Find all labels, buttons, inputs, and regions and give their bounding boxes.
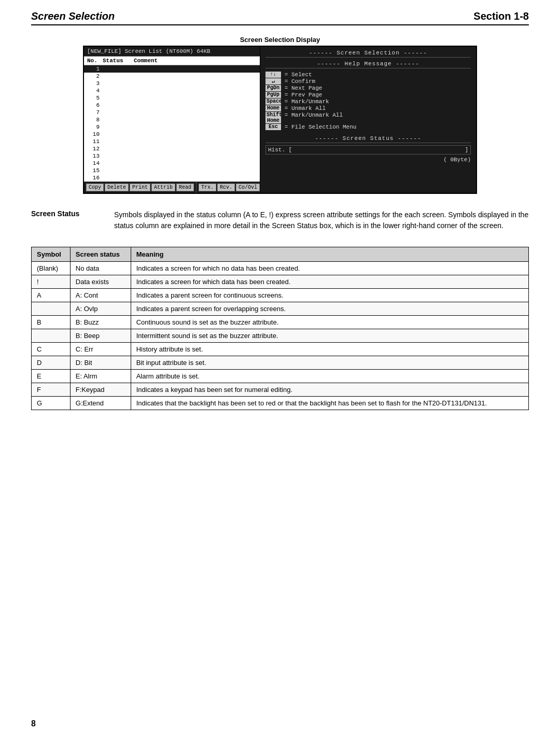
table-row: EE: AlrmAlarm attribute is set. (32, 370, 529, 383)
td-symbol: G (32, 397, 71, 410)
help-key: Space (265, 99, 281, 105)
btn-copy[interactable]: Copy (86, 184, 104, 191)
help-label: Prev Page (291, 92, 471, 98)
display-right-panel: ------ Screen Selection ------ ------ He… (260, 47, 476, 193)
help-label: Next Page (291, 85, 471, 91)
table-row: FF:KeypadIndicates a keypad has been set… (32, 383, 529, 397)
help-label: File Selection Menu (291, 124, 471, 130)
table-row: A: OvlpIndicates a parent screen for ove… (32, 302, 529, 316)
list-row[interactable]: 10 (84, 131, 260, 138)
hist-end: ] (465, 147, 468, 153)
list-row[interactable]: 16 (84, 174, 260, 181)
td-meaning: Indicates a parent screen for continuous… (131, 289, 528, 302)
bottom-buttons: CopyDeletePrintAttribRead Trx.Rcv.Co/Ovl… (84, 181, 260, 193)
help-eq: = (283, 85, 289, 91)
left-buttons: CopyDeletePrintAttribRead (84, 182, 197, 193)
table-header-row: Symbol Screen status Meaning (32, 247, 529, 262)
th-meaning: Meaning (131, 247, 528, 262)
td-meaning: Alarm attribute is set. (131, 370, 528, 383)
td-screen-status: No data (70, 262, 131, 275)
td-screen-status: G:Extend (70, 397, 131, 410)
btn-read[interactable]: Read (176, 184, 194, 191)
screen-status-section: Screen Status Symbols displayed in the s… (31, 209, 529, 231)
btn-attrib[interactable]: Attrib (151, 184, 175, 191)
screen-status-section: ------ Screen Status ------ Hist. [ ] ( … (265, 135, 471, 163)
td-screen-status: B: Beep (70, 329, 131, 343)
td-screen-status: B: Buzz (70, 316, 131, 329)
help-eq: = (283, 99, 289, 105)
page-title: Screen Selection (31, 10, 115, 22)
td-screen-status: D: Bit (70, 356, 131, 370)
help-message-title: ------ Help Message ------ (265, 61, 471, 68)
help-label: Unmark All (291, 105, 471, 111)
btn-co-ovl[interactable]: Co/Ovl (236, 184, 260, 191)
td-symbol: B (32, 316, 71, 329)
table-row: !Data existsIndicates a screen for which… (32, 275, 529, 289)
btn-print[interactable]: Print (130, 184, 150, 191)
display-title: Screen Selection Display (240, 36, 320, 44)
td-screen-status: A: Cont (70, 289, 131, 302)
help-key: PgDn (265, 85, 281, 91)
list-row[interactable]: 8 (84, 116, 260, 123)
col-comment-header: Comment (134, 58, 257, 64)
td-symbol: F (32, 383, 71, 397)
btn-delete[interactable]: Delete (105, 184, 129, 191)
list-row[interactable]: 14 (84, 160, 260, 167)
help-label: Select (291, 72, 471, 78)
list-row[interactable]: 2 (84, 73, 260, 80)
btn-rcv-[interactable]: Rcv. (217, 184, 235, 191)
list-row[interactable]: 6 (84, 102, 260, 109)
col-no-header: No. (87, 58, 103, 64)
list-columns: No. Status Comment (84, 57, 260, 65)
display-box: [NEW_FILE] Screen List (NT600M) 64KB No.… (83, 46, 477, 194)
list-row[interactable]: 13 (84, 152, 260, 160)
hist-bar: Hist. [ ] (265, 145, 471, 155)
td-meaning: Indicates a parent screen for overlappin… (131, 302, 528, 316)
section-label: Section 1-8 (473, 10, 529, 22)
list-row[interactable]: 3 (84, 80, 260, 87)
td-symbol (32, 329, 71, 343)
help-eq: = (283, 72, 289, 78)
help-key: Esc (265, 124, 281, 130)
table-row: (Blank)No dataIndicates a screen for whi… (32, 262, 529, 275)
screen-status-label: Screen Status (31, 209, 99, 231)
list-row[interactable]: 7 (84, 109, 260, 116)
td-meaning: History attribute is set. (131, 343, 528, 356)
btn-trx-[interactable]: Trx. (199, 184, 216, 191)
td-meaning: Bit input attribute is set. (131, 356, 528, 370)
table-body: (Blank)No dataIndicates a screen for whi… (32, 262, 529, 410)
list-row[interactable]: 1 (84, 65, 260, 73)
td-screen-status: A: Ovlp (70, 302, 131, 316)
page-number: 8 (31, 719, 36, 728)
file-header: [NEW_FILE] Screen List (NT600M) 64KB (84, 47, 260, 57)
screen-status-description: Symbols displayed in the status column (… (114, 209, 529, 231)
help-eq: = (283, 78, 289, 85)
help-key: ↵ (265, 78, 281, 85)
list-row[interactable]: 12 (84, 145, 260, 152)
screen-selection-title: ------ Screen Selection ------ (265, 50, 471, 58)
table-row: B: BeepIntermittent sound is set as the … (32, 329, 529, 343)
list-row[interactable]: 5 (84, 94, 260, 102)
list-row[interactable]: 4 (84, 87, 260, 94)
td-symbol: A (32, 289, 71, 302)
td-meaning: Continuous sound is set as the buzzer at… (131, 316, 528, 329)
list-row[interactable]: 11 (84, 138, 260, 145)
td-screen-status: C: Err (70, 343, 131, 356)
list-rows: 12345678910111213141516 (84, 65, 260, 181)
td-meaning: Indicates that the backlight has been se… (131, 397, 528, 410)
td-screen-status: F:Keypad (70, 383, 131, 397)
help-key: ↑↓ (265, 72, 281, 78)
col-status-header: Status (103, 58, 134, 64)
table-row: BB: BuzzContinuous sound is set as the b… (32, 316, 529, 329)
td-meaning: Indicates a keypad has been set for nume… (131, 383, 528, 397)
table-row: GG:ExtendIndicates that the backlight ha… (32, 397, 529, 410)
page-header: Screen Selection Section 1-8 (31, 10, 529, 25)
td-screen-status: Data exists (70, 275, 131, 289)
list-row[interactable]: 15 (84, 167, 260, 174)
td-symbol: ! (32, 275, 71, 289)
td-meaning: Indicates a screen for which no data has… (131, 262, 528, 275)
list-row[interactable]: 9 (84, 123, 260, 131)
help-eq: = (283, 92, 289, 98)
table-row: AA: ContIndicates a parent screen for co… (32, 289, 529, 302)
td-meaning: Intermittent sound is set as the buzzer … (131, 329, 528, 343)
